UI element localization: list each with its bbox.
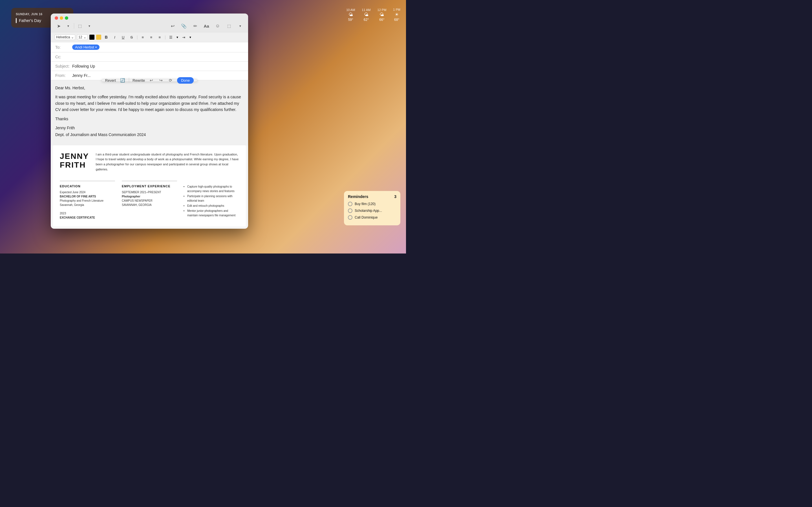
reminders-title: Reminders [348,194,368,199]
cv-divider-left [60,181,115,181]
cv-employment-col: EMPLOYMENT EXPERIENCE SEPTEMBER 2021–PRE… [122,179,177,220]
cv-section: JENNY FRITH I am a third-year student un… [53,145,246,226]
compose-area: To: Andi Herbst ▾ Cc: Subject: Following… [51,42,248,80]
reminder-circle [348,202,352,206]
redo-icon[interactable]: ↪ [158,77,164,83]
subject-label: Subject: [55,64,72,68]
subject-value[interactable]: Following Up [72,64,95,68]
email-body[interactable]: Dear Ms. Herbst, It was great meeting fo… [51,80,248,145]
text-color-swatch[interactable] [89,35,94,40]
cc-field[interactable]: Cc: [51,52,248,62]
font-size-selector[interactable]: 12 ⌄ [77,34,87,40]
weather-time: 11 AM [362,8,370,11]
minimize-button[interactable] [60,16,63,20]
cv-employment-bullets: Capture high-quality photographs to acco… [184,184,239,218]
email-closing: Thanks [55,116,244,122]
weather-icon: 🌤 [379,12,384,17]
underline-button[interactable]: U [120,34,126,41]
cc-label: Cc: [55,55,72,59]
subject-field: Subject: Following Up [51,62,248,71]
maximize-button[interactable] [65,16,68,20]
reminder-circle [348,209,352,213]
reminder-item[interactable]: Buy film (120) [348,202,396,206]
strikethrough-button[interactable]: S [128,34,135,41]
list-button[interactable]: ☰ [167,34,174,41]
weather-time: 1 PM [393,8,400,11]
italic-button[interactable]: I [111,34,118,41]
send-button[interactable]: ➤ [55,22,63,30]
event-bar [16,18,17,23]
cv-divider-right [122,181,177,181]
reminders-count: 3 [394,194,396,199]
ai-divider [129,78,129,83]
emoji-button[interactable]: ☺ [214,22,221,30]
undo-icon[interactable]: ↩ [148,77,154,83]
cv-bullet-item: Participate in planning sessions with ed… [187,194,239,203]
close-button[interactable] [55,16,58,20]
email-signature-name: Jenny Frith [55,125,244,131]
photo-button[interactable]: ⬚ [225,22,233,30]
from-value: Jenny Fr... [72,73,91,78]
ai-toolbar: Revert 🔄 Rewrite ↩ ↪ ⟳ Done [101,79,197,82]
weather-item: 1 PM ☀ 68° [393,8,400,22]
reminder-label: Scholarship App... [355,209,382,213]
cv-bio: I am a third-year student undergraduate … [96,152,239,172]
weather-item: 10 AM 🌤 59° [346,8,355,22]
cv-bullet-item: Capture high-quality photographs to acco… [187,184,239,193]
reminder-item[interactable]: Scholarship App... [348,209,396,213]
weather-temp: 68° [394,18,399,22]
from-label: From: [55,73,72,78]
refresh-icon[interactable]: ⟳ [167,77,174,83]
cv-education-col: EDUCATION Expected June 2024 BACHELOR OF… [60,179,115,220]
cv-bullet-item: Edit and retouch photographs [187,204,239,208]
cv-employment-content: SEPTEMBER 2021–PRESENT Photographer CAMP… [122,190,177,207]
reminder-label: Buy film (120) [355,202,375,206]
highlight-color-swatch[interactable] [96,35,101,40]
weather-icon: ☀ [395,12,399,17]
reminder-circle [348,215,352,220]
cv-education-title: EDUCATION [60,184,115,188]
mail-compose-window: ➤ ▼ ⬚ ▼ ↩ 📎 ✏ Aa ☺ ⬚ ▼ Helvetica ⌄ 12 ⌄ … [51,13,248,229]
reminder-item[interactable]: Call Dominique [348,215,396,220]
font-button[interactable]: Aa [202,22,210,30]
rewrite-button[interactable]: Rewrite [133,78,145,82]
email-greeting: Dear Ms. Herbst, [55,85,244,91]
weather-time: 10 AM [346,8,355,11]
cv-bullet-item: Mentor junior photographers and maintain… [187,209,239,218]
cv-bullets-col: Capture high-quality photographs to acco… [184,179,239,220]
align-center-button[interactable]: ≡ [148,34,154,41]
cv-name: JENNY FRITH [60,152,89,172]
reminders-header: Reminders 3 [348,194,396,199]
done-button[interactable]: Done [177,77,194,83]
cv-education-content: Expected June 2024 BACHELOR OF FINE ARTS… [60,190,115,220]
traffic-lights [55,16,68,20]
template-button[interactable]: ⬚ [76,22,84,30]
markup-button[interactable]: ✏ [191,22,199,30]
align-right-button[interactable]: ≡ [156,34,163,41]
weather-temp: 66° [379,18,384,22]
weather-item: 11 AM 🌤 62° [362,8,370,22]
weather-widget: 10 AM 🌤 59° 11 AM 🌤 62° 12 PM 🌤 66° 1 PM… [346,8,400,22]
cv-header: JENNY FRITH I am a third-year student un… [60,152,239,172]
attachment-button[interactable]: 📎 [180,22,188,30]
template-dropdown[interactable]: ▼ [86,22,93,30]
to-recipient-chip[interactable]: Andi Herbst ▾ [72,45,100,50]
title-bar [51,13,248,20]
bold-button[interactable]: B [103,34,110,41]
weather-icon: 🌤 [349,12,353,17]
indent-button[interactable]: ⇥ [181,34,187,41]
email-paragraph-1: It was great meeting for coffee yesterda… [55,94,244,113]
font-size: 12 [79,35,82,39]
revert-button[interactable]: Revert [105,78,116,82]
align-left-button[interactable]: ≡ [139,34,146,41]
weather-time: 12 PM [377,8,387,11]
font-name: Helvetica [56,35,70,39]
send-dropdown[interactable]: ▼ [64,22,72,30]
font-selector[interactable]: Helvetica ⌄ [55,34,75,40]
revert-icon[interactable]: 🔄 [119,77,125,83]
toolbar-right: ↩ 📎 ✏ Aa ☺ ⬚ ▼ [168,22,244,30]
calendar-event-label: Father's Day [19,18,41,23]
reminders-widget: Reminders 3 Buy film (120) Scholarship A… [344,191,400,225]
photo-dropdown[interactable]: ▼ [236,22,244,30]
reply-button[interactable]: ↩ [168,22,176,30]
